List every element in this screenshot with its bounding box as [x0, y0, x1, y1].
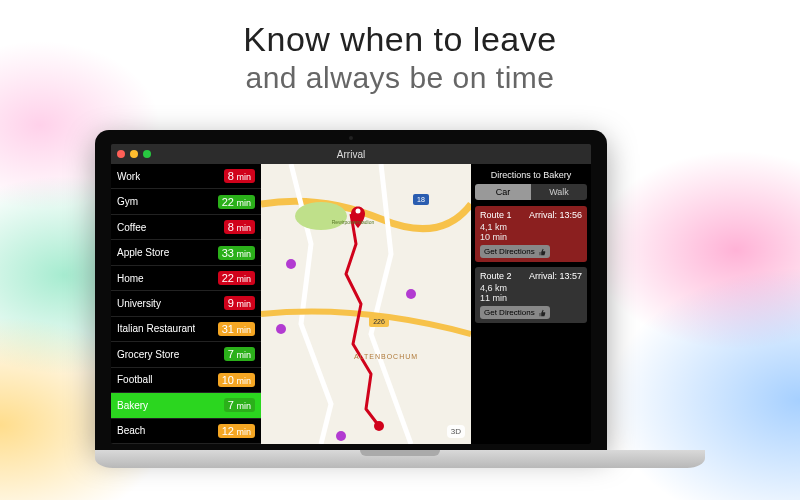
transport-mode-segmented[interactable]: Car Walk: [475, 184, 587, 200]
window-titlebar[interactable]: Arrival: [111, 144, 591, 164]
laptop-screen-frame: Arrival Work8 minGym22 minCoffee8 minApp…: [95, 130, 607, 450]
destinations-sidebar[interactable]: Work8 minGym22 minCoffee8 minApple Store…: [111, 164, 261, 444]
eta-badge: 9 min: [224, 296, 255, 310]
svg-text:18: 18: [417, 196, 425, 203]
eta-badge: 22 min: [218, 195, 255, 209]
get-directions-button[interactable]: Get Directions: [480, 245, 550, 258]
poi-icon[interactable]: [336, 431, 346, 441]
road-shield-icon: 226: [369, 316, 389, 327]
mode-walk[interactable]: Walk: [531, 184, 587, 200]
district-label: ALTENBOCHUM: [354, 353, 418, 360]
sidebar-item-label: Bakery: [117, 400, 148, 411]
eta-badge: 33 min: [218, 246, 255, 260]
sidebar-item-label: Grocery Store: [117, 349, 179, 360]
laptop-base: [95, 450, 705, 468]
route-duration: 10 min: [480, 232, 582, 242]
route-arrival: Arrival: 13:57: [529, 271, 582, 281]
laptop-notch: [360, 450, 440, 456]
sidebar-item-label: University: [117, 298, 161, 309]
poi-icon[interactable]: [286, 259, 296, 269]
sidebar-item-home[interactable]: Home22 min: [111, 266, 261, 291]
laptop-mockup: Arrival Work8 minGym22 minCoffee8 minApp…: [95, 130, 705, 468]
end-pin-icon[interactable]: [374, 421, 384, 431]
app-window: Arrival Work8 minGym22 minCoffee8 minApp…: [111, 144, 591, 444]
route-header: Route 2: [480, 271, 512, 281]
thumbs-up-icon: [538, 248, 546, 256]
eta-badge: 31 min: [218, 322, 255, 336]
directions-title: Directions to Bakery: [475, 170, 587, 180]
stadium-label: Rewirpower­stadion: [332, 219, 375, 225]
svg-point-1: [356, 209, 361, 214]
sidebar-item-grocery-store[interactable]: Grocery Store7 min: [111, 342, 261, 367]
sidebar-item-label: Beach: [117, 425, 145, 436]
laptop-camera-icon: [349, 136, 353, 140]
eta-badge: 12 min: [218, 424, 255, 438]
route-distance: 4,1 km: [480, 222, 582, 232]
thumbs-up-icon: [538, 309, 546, 317]
sidebar-item-label: Home: [117, 273, 144, 284]
sidebar-item-bakery[interactable]: Bakery7 min: [111, 393, 261, 418]
route-duration: 11 min: [480, 293, 582, 303]
eta-badge: 10 min: [218, 373, 255, 387]
map-3d-toggle[interactable]: 3D: [447, 425, 465, 438]
sidebar-item-label: Italian Restaurant: [117, 323, 195, 334]
svg-text:226: 226: [373, 318, 385, 325]
app-body: Work8 minGym22 minCoffee8 minApple Store…: [111, 164, 591, 444]
marketing-headline: Know when to leave and always be on time: [0, 0, 800, 95]
get-directions-button[interactable]: Get Directions: [480, 306, 550, 319]
headline-line1: Know when to leave: [0, 20, 800, 59]
sidebar-item-apple-store[interactable]: Apple Store33 min: [111, 240, 261, 265]
sidebar-item-gym[interactable]: Gym22 min: [111, 189, 261, 214]
sidebar-item-label: Gym: [117, 196, 138, 207]
sidebar-item-label: Work: [117, 171, 140, 182]
poi-icon[interactable]: [406, 289, 416, 299]
sidebar-item-work[interactable]: Work8 min: [111, 164, 261, 189]
eta-badge: 7 min: [224, 347, 255, 361]
road-shield-icon: 18: [413, 194, 429, 205]
sidebar-item-label: Apple Store: [117, 247, 169, 258]
park-icon: [295, 202, 347, 230]
route-card-2[interactable]: Route 2Arrival: 13:574,6 km11 minGet Dir…: [475, 267, 587, 323]
window-title: Arrival: [111, 149, 591, 160]
eta-badge: 22 min: [218, 271, 255, 285]
route-header: Route 1: [480, 210, 512, 220]
map-canvas[interactable]: 18 226 ALTENBOCHUM Rewirpower­stadion: [261, 164, 471, 444]
route-arrival: Arrival: 13:56: [529, 210, 582, 220]
sidebar-item-beach[interactable]: Beach12 min: [111, 419, 261, 444]
eta-badge: 7 min: [224, 398, 255, 412]
sidebar-item-university[interactable]: University9 min: [111, 291, 261, 316]
sidebar-item-label: Football: [117, 374, 153, 385]
poi-icon[interactable]: [276, 324, 286, 334]
headline-line2: and always be on time: [0, 61, 800, 95]
sidebar-item-label: Coffee: [117, 222, 146, 233]
route-distance: 4,6 km: [480, 283, 582, 293]
sidebar-item-coffee[interactable]: Coffee8 min: [111, 215, 261, 240]
directions-panel: Directions to Bakery Car Walk Route 1Arr…: [471, 164, 591, 444]
sidebar-item-italian-restaurant[interactable]: Italian Restaurant31 min: [111, 317, 261, 342]
eta-badge: 8 min: [224, 169, 255, 183]
route-card-1[interactable]: Route 1Arrival: 13:564,1 km10 minGet Dir…: [475, 206, 587, 262]
mode-car[interactable]: Car: [475, 184, 531, 200]
sidebar-item-football[interactable]: Football10 min: [111, 368, 261, 393]
map-view[interactable]: 18 226 ALTENBOCHUM Rewirpower­stadion 3D: [261, 164, 471, 444]
eta-badge: 8 min: [224, 220, 255, 234]
